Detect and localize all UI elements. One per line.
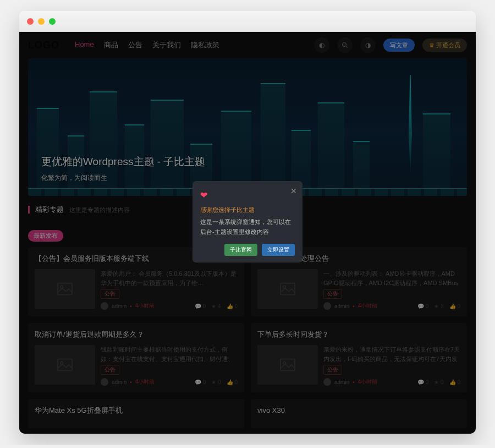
- post-title[interactable]: 下单后多长时间发货？: [257, 330, 460, 340]
- post-title[interactable]: 取消订单/退货后退款周期是多久？: [35, 330, 238, 340]
- latest-posts-tag[interactable]: 最新发布: [28, 230, 63, 242]
- comment-count: 💬 0: [195, 303, 206, 309]
- notification-icon[interactable]: ◐: [314, 37, 329, 53]
- comment-count: 💬 0: [417, 379, 428, 385]
- modal-body-text: 这是一条系统弹窗通知，您可以在后台-主题设置里修改内容: [200, 217, 295, 237]
- post-time: 4小时前: [135, 302, 155, 310]
- svg-point-0: [343, 43, 346, 47]
- section-desc: 这里是专题的描述内容: [69, 206, 130, 214]
- heart-icon: ❤: [200, 190, 295, 200]
- crown-icon: ♛: [429, 42, 435, 49]
- post-title[interactable]: vivo X30: [257, 406, 460, 416]
- thumbnail-placeholder-icon: [35, 269, 95, 309]
- comment-count: 💬 0: [195, 379, 206, 385]
- nav-privacy[interactable]: 隐私政策: [191, 40, 219, 50]
- author-name[interactable]: admin: [112, 379, 127, 385]
- avatar: [101, 378, 108, 386]
- avatar: [323, 378, 331, 386]
- author-name[interactable]: admin: [334, 303, 349, 309]
- post-time: 4小时前: [135, 378, 155, 386]
- post-card[interactable]: 华为Mate Xs 5G折叠屏手机: [28, 399, 244, 428]
- modal-close-button[interactable]: ✕: [290, 187, 297, 195]
- post-title[interactable]: 华为Mate Xs 5G折叠屏手机: [35, 406, 238, 416]
- author-name[interactable]: admin: [112, 303, 127, 309]
- like-count: ★ 4: [211, 303, 221, 309]
- posts-grid: 【公告】会员服务旧版本服务端下线 亲爱的用户： 会员服务（5.0.6.301及以…: [19, 247, 476, 428]
- fav-count: 👍 0: [227, 303, 238, 309]
- like-count: ★ 0: [211, 379, 221, 385]
- modal-secondary-button[interactable]: 立即设置: [262, 244, 295, 256]
- section-accent-bar: [28, 206, 30, 214]
- hero-banner[interactable]: 更优雅的Wordpress主题 - 子比主题 化繁为简，为阅读而生: [28, 58, 467, 196]
- modal-title: 感谢您选择子比主题: [200, 206, 295, 214]
- theme-toggle-icon[interactable]: ◑: [360, 37, 376, 53]
- avatar: [101, 302, 108, 310]
- main-nav: Home 商品 公告 关于我们 隐私政策: [75, 40, 219, 50]
- like-count: ★ 3: [434, 303, 443, 309]
- system-notice-modal: ✕ ❤ 感谢您选择子比主题 这是一条系统弹窗通知，您可以在后台-主题设置里修改内…: [193, 181, 302, 262]
- fav-count: 👍 0: [449, 303, 460, 309]
- like-count: ★ 0: [434, 379, 443, 385]
- post-excerpt: 一、涉及的驱动列表： AMD显卡驱动程序，AMD GPIO驱动程序，AMD I2…: [323, 269, 460, 287]
- post-card[interactable]: 下单后多长时间发货？ 亲爱的米粉，通常情况下订单将参照支付顺序在7天内发出，F码…: [251, 323, 467, 392]
- author-name[interactable]: admin: [334, 379, 349, 385]
- nav-about[interactable]: 关于我们: [152, 40, 181, 50]
- svg-rect-6: [58, 359, 72, 371]
- svg-rect-2: [58, 283, 72, 295]
- post-time: 4小时前: [358, 302, 378, 310]
- nav-notices[interactable]: 公告: [128, 40, 142, 50]
- svg-line-1: [346, 46, 348, 48]
- avatar: [323, 302, 331, 310]
- category-tag[interactable]: 公告: [323, 365, 342, 375]
- open-vip-button[interactable]: ♛ 开通会员: [422, 39, 467, 52]
- category-tag[interactable]: 公告: [323, 289, 342, 299]
- category-tag[interactable]: 公告: [101, 289, 119, 299]
- window-titlebar: [19, 11, 476, 32]
- hero-title: 更优雅的Wordpress主题 - 子比主题: [41, 155, 205, 169]
- post-card[interactable]: vivo X30: [251, 399, 467, 428]
- close-window-button[interactable]: [27, 18, 34, 25]
- hero-subtitle: 化繁为简，为阅读而生: [41, 173, 205, 183]
- thumbnail-placeholder-icon: [257, 345, 318, 385]
- category-tag[interactable]: 公告: [101, 365, 119, 375]
- svg-rect-4: [280, 283, 295, 295]
- post-excerpt: 亲爱的米粉，通常情况下订单将参照支付顺序在7天内发出，F码购买的商品，无法保证均…: [323, 345, 460, 363]
- post-card[interactable]: 取消订单/退货后退款周期是多久？ 钱款到账时间主要根据当时使用的支付方式，例如：…: [28, 323, 244, 392]
- post-excerpt: 钱款到账时间主要根据当时使用的支付方式，例如：支付宝在线支付、支付宝通用代扣、财…: [101, 345, 238, 363]
- nav-products[interactable]: 商品: [104, 40, 118, 50]
- thumbnail-placeholder-icon: [257, 269, 318, 309]
- write-post-button[interactable]: 写文章: [383, 39, 415, 52]
- site-logo[interactable]: LOGO: [28, 40, 59, 51]
- svg-rect-8: [280, 359, 295, 371]
- post-excerpt: 亲爱的用户： 会员服务（5.0.6.301及以下版本）是华为手机中的一款预置应用…: [101, 269, 238, 287]
- comment-count: 💬 0: [417, 303, 428, 309]
- search-icon[interactable]: [337, 37, 353, 53]
- nav-home[interactable]: Home: [75, 40, 94, 50]
- site-header: LOGO Home 商品 公告 关于我们 隐私政策 ◐ ◑ 写文章 ♛ 开通会员: [19, 32, 476, 58]
- site-page: LOGO Home 商品 公告 关于我们 隐私政策 ◐ ◑ 写文章 ♛ 开通会员: [19, 32, 476, 434]
- fav-count: 👍 0: [227, 379, 238, 385]
- fav-count: 👍 0: [449, 379, 460, 385]
- maximize-window-button[interactable]: [49, 18, 56, 25]
- post-time: 4小时前: [358, 378, 378, 386]
- section-label: 精彩专题: [35, 205, 64, 215]
- modal-primary-button[interactable]: 子比官网: [224, 244, 257, 256]
- minimize-window-button[interactable]: [38, 18, 45, 25]
- thumbnail-placeholder-icon: [35, 345, 95, 385]
- vip-label: 开通会员: [436, 41, 460, 50]
